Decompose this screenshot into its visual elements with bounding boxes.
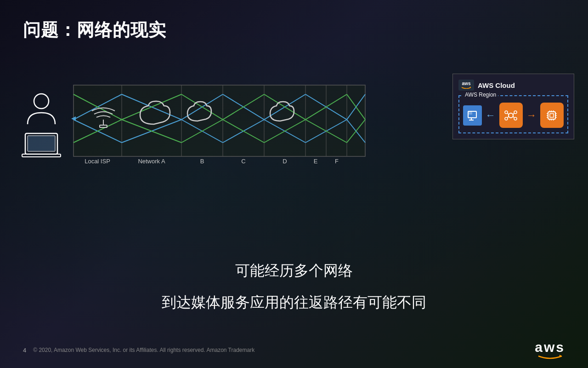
svg-rect-58 <box>550 114 554 117</box>
user-icon <box>18 87 64 161</box>
aws-cloud-title: AWS Cloud <box>478 81 515 89</box>
label-d: D <box>283 158 287 165</box>
svg-rect-42 <box>22 154 61 157</box>
svg-point-52 <box>514 117 517 120</box>
slide: 问题：网络的现实 <box>0 0 588 368</box>
slide-title: 问题：网络的现实 <box>23 18 565 42</box>
svg-point-49 <box>505 111 508 114</box>
label-b: B <box>200 158 204 165</box>
body-text-container: 可能经历多个网络 到达媒体服务应用的往返路径有可能不同 <box>0 261 588 313</box>
label-c: C <box>241 158 245 165</box>
aws-region-label: AWS Region <box>463 92 498 98</box>
aws-compute-icon <box>540 103 564 128</box>
svg-point-51 <box>505 117 508 120</box>
label-network-a: Network A <box>138 158 165 165</box>
svg-point-39 <box>34 94 49 109</box>
svg-rect-57 <box>548 112 555 119</box>
svg-line-56 <box>513 116 514 118</box>
aws-flag-icon <box>463 105 482 126</box>
aws-logo-small: aws <box>458 80 474 91</box>
aws-logo-footer: aws <box>535 340 565 360</box>
footer-copyright: © 2020, Amazon Web Services, Inc. or its… <box>33 347 254 353</box>
aws-cloud-container: aws AWS Cloud AWS Region <box>452 74 574 139</box>
label-local-isp: Local ISP <box>85 158 110 165</box>
footer: 4 © 2020, Amazon Web Services, Inc. or i… <box>23 340 565 360</box>
arrow-left-icon: ← <box>486 109 496 121</box>
aws-region-box: AWS Region ← <box>458 95 568 133</box>
aws-service-icon <box>499 103 523 128</box>
network-diagram: Local ISP Network A B C D E F <box>18 78 368 175</box>
label-f: F <box>335 158 339 165</box>
svg-marker-43 <box>470 86 471 88</box>
svg-rect-45 <box>468 111 472 115</box>
svg-rect-0 <box>74 85 365 156</box>
arrow-right-icon: → <box>526 109 537 121</box>
svg-point-50 <box>514 111 517 114</box>
svg-point-48 <box>509 113 513 118</box>
body-text-line1: 可能经历多个网络 <box>0 261 588 281</box>
svg-rect-41 <box>28 136 55 151</box>
label-e: E <box>314 158 318 165</box>
svg-line-53 <box>508 113 509 115</box>
body-text-line2: 到达媒体服务应用的往返路径有可能不同 <box>0 293 588 313</box>
svg-line-54 <box>513 113 514 115</box>
page-number: 4 <box>23 347 26 354</box>
svg-line-55 <box>508 116 509 118</box>
